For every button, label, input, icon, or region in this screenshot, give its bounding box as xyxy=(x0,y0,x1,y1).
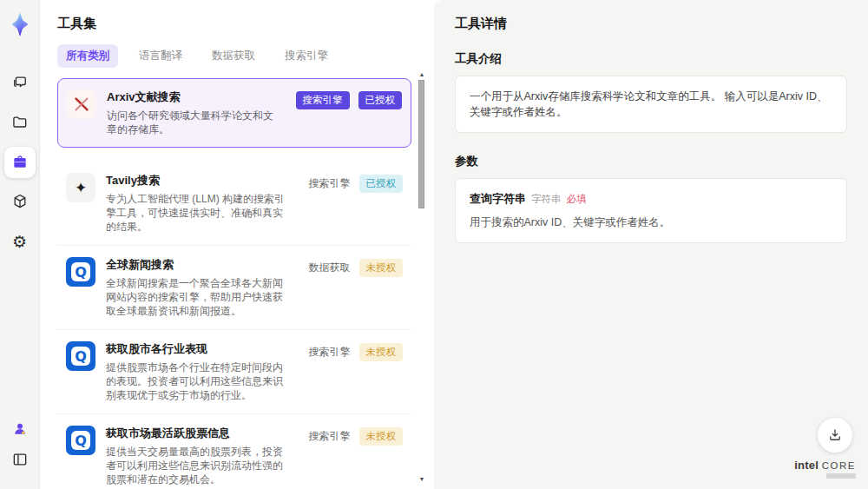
tool-row[interactable]: ✦ Tavily搜索 专为人工智能代理 (LLM) 构建的搜索引擎工具，可快速提… xyxy=(57,162,411,246)
arxiv-icon xyxy=(72,95,91,114)
news-search-icon: Q xyxy=(71,347,90,366)
app-window: ⚙ 工具集 所有类别语言翻译数据获取搜索引擎 Arxiv文献搜索 访问各个研究领… xyxy=(0,0,868,489)
param-type: 字符串 xyxy=(531,194,562,204)
tool-description: 专为人工智能代理 (LLM) 构建的搜索引擎工具，可快速提供实时、准确和真实的结… xyxy=(106,192,292,234)
tool-description: 提供当天交易量最高的股票列表，投资者可以利用这些信息来识别流动性强的股票和潜在的… xyxy=(106,445,292,486)
tool-name: 获取市场最活跃股票信息 xyxy=(106,426,292,441)
params-list: 查询字符串字符串必填 用于搜索的Arxiv ID、关键字或作者姓名。 xyxy=(455,178,847,243)
category-badge: 搜索引擎 xyxy=(309,429,351,444)
tool-name: 获取股市各行业表现 xyxy=(106,341,292,357)
package-cube-icon xyxy=(11,193,29,210)
tool-name: 全球新闻搜索 xyxy=(106,257,292,273)
tab-search[interactable]: 搜索引擎 xyxy=(276,44,337,68)
folder-icon xyxy=(11,114,29,131)
panel-toggle-button[interactable] xyxy=(4,444,36,475)
left-rail: ⚙ xyxy=(0,0,40,489)
sidebar-item-settings[interactable]: ⚙ xyxy=(4,226,36,257)
sidebar-item-toolbox[interactable] xyxy=(4,147,36,178)
chat-icon xyxy=(11,74,29,91)
arxiv-icon-box xyxy=(67,89,96,119)
panel-toggle-icon xyxy=(11,451,29,468)
download-icon xyxy=(827,427,843,443)
page-title: 工具集 xyxy=(57,16,411,32)
sidebar-item-files[interactable] xyxy=(4,107,36,138)
news-search-icon: Q xyxy=(71,431,90,450)
tavily-sparkle-icon: ✦ xyxy=(75,179,87,197)
intro-heading: 工具介绍 xyxy=(455,51,847,67)
auth-status-badge: 未授权 xyxy=(359,259,404,277)
tool-list-panel: 工具集 所有类别语言翻译数据获取搜索引擎 Arxiv文献搜索 访问各个研究领域大… xyxy=(40,0,434,489)
newsblue-icon-box: Q xyxy=(66,341,95,371)
parameter-card: 查询字符串字符串必填 用于搜索的Arxiv ID、关键字或作者姓名。 xyxy=(455,178,847,243)
logo-gem-icon xyxy=(7,11,33,37)
auth-status-badge: 已授权 xyxy=(358,91,403,109)
category-badge: 搜索引擎 xyxy=(296,91,350,109)
param-description: 用于搜索的Arxiv ID、关键字或作者姓名。 xyxy=(470,215,832,230)
auth-status-badge: 未授权 xyxy=(359,427,404,446)
sidebar-item-packages[interactable] xyxy=(4,186,36,217)
auth-status-badge: 已授权 xyxy=(359,175,404,193)
tool-list: Arxiv文献搜索 访问各个研究领域大量科学论文和文章的存储库。 搜索引擎 已授… xyxy=(57,78,411,489)
tool-row[interactable]: Arxiv文献搜索 访问各个研究领域大量科学论文和文章的存储库。 搜索引擎 已授… xyxy=(57,78,411,148)
scroll-up-arrow-icon[interactable]: ▲ xyxy=(418,71,426,78)
tab-data[interactable]: 数据获取 xyxy=(203,44,264,68)
intel-core-logo: intel core xyxy=(794,459,856,479)
tool-row[interactable]: Q 全球新闻搜索 全球新闻搜索是一个聚合全球各大新闻网站内容的搜索引擎，帮助用户… xyxy=(57,246,411,330)
news-search-icon: Q xyxy=(71,262,90,281)
param-name: 查询字符串 xyxy=(470,192,526,205)
app-logo xyxy=(4,9,36,40)
tavily-icon-box: ✦ xyxy=(66,173,95,202)
category-badge: 搜索引擎 xyxy=(309,176,351,191)
intro-card: 一个用于从Arxiv存储库搜索科学论文和文章的工具。 输入可以是Arxiv ID… xyxy=(455,76,847,133)
tool-description: 访问各个研究领域大量科学论文和文章的存储库。 xyxy=(107,109,279,136)
download-button[interactable] xyxy=(818,418,852,453)
newsblue-icon-box: Q xyxy=(66,426,95,455)
param-required-badge: 必填 xyxy=(567,194,587,204)
auth-status-badge: 未授权 xyxy=(359,343,404,361)
scrollbar-thumb[interactable] xyxy=(418,80,424,208)
category-tabs: 所有类别语言翻译数据获取搜索引擎 xyxy=(57,44,411,68)
user-avatar[interactable] xyxy=(4,413,36,445)
tool-description: 提供股票市场各个行业在特定时间段内的表现。投资者可以利用这些信息来识别表现优于或… xyxy=(106,360,292,402)
sidebar-item-chat[interactable] xyxy=(4,67,36,98)
detail-title: 工具详情 xyxy=(455,16,847,32)
user-avatar-icon xyxy=(11,420,29,438)
tool-detail-panel: 工具详情 工具介绍 一个用于从Arxiv存储库搜索科学论文和文章的工具。 输入可… xyxy=(434,0,868,489)
tool-name: Arxiv文献搜索 xyxy=(107,89,279,105)
list-scrollbar[interactable]: ▲ ▼ xyxy=(418,71,426,483)
params-heading: 参数 xyxy=(455,154,847,169)
newsblue-icon-box: Q xyxy=(66,257,95,287)
tool-name: Tavily搜索 xyxy=(106,173,292,188)
tool-row[interactable]: Q 获取市场最活跃股票信息 提供当天交易量最高的股票列表，投资者可以利用这些信息… xyxy=(57,414,411,489)
tab-translate[interactable]: 语言翻译 xyxy=(130,44,191,68)
scroll-down-arrow-icon[interactable]: ▼ xyxy=(418,476,426,483)
toolbox-icon xyxy=(11,154,29,171)
tool-description: 全球新闻搜索是一个聚合全球各大新闻网站内容的搜索引擎，帮助用户快速获取全球最新资… xyxy=(106,276,292,318)
tab-all[interactable]: 所有类别 xyxy=(57,44,118,68)
brand-core: core xyxy=(822,460,856,471)
gear-icon: ⚙ xyxy=(12,234,27,250)
category-badge: 数据获取 xyxy=(309,261,351,275)
brand-ultra-bar xyxy=(826,473,856,479)
tool-row[interactable]: Q 获取股市各行业表现 提供股票市场各个行业在特定时间段内的表现。投资者可以利用… xyxy=(57,330,411,414)
category-badge: 搜索引擎 xyxy=(309,345,351,360)
brand-intel: intel xyxy=(794,459,819,472)
